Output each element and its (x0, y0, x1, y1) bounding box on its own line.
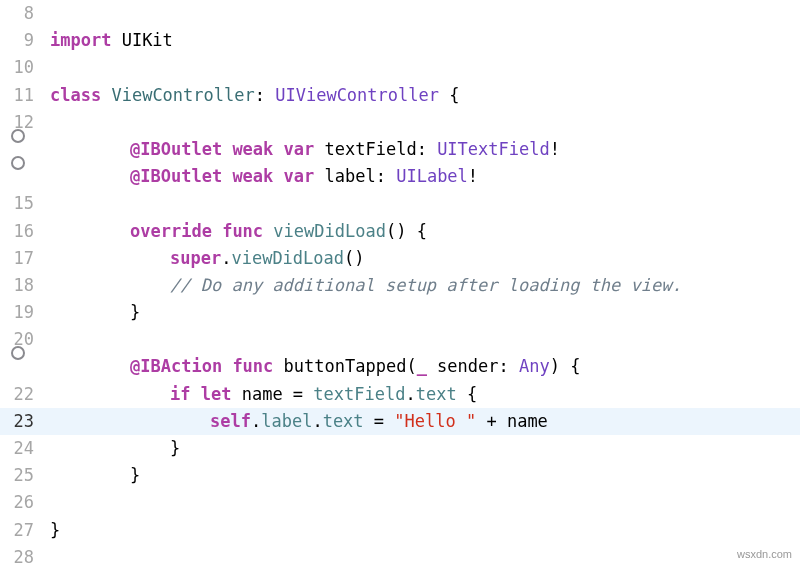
token-plain (190, 384, 200, 404)
token-plain: buttonTapped( (273, 356, 416, 376)
line-number: 15 (14, 190, 34, 217)
breakpoint-icon[interactable] (11, 156, 25, 170)
token-keyword: self (210, 411, 251, 431)
breakpoint-icon[interactable] (11, 129, 25, 143)
gutter[interactable]: 19 (0, 299, 40, 326)
token-plain: UIKit (111, 30, 172, 50)
line-number: 9 (24, 27, 34, 54)
token-plain: } (130, 465, 140, 485)
gutter[interactable]: 23 (0, 408, 40, 435)
token-plain: } (170, 438, 180, 458)
token-plain: () { (386, 221, 427, 241)
code-line[interactable]: 16override func viewDidLoad() { (0, 218, 800, 245)
code-content[interactable]: @IBOutlet weak var label: UILabel! (40, 163, 478, 190)
line-number: 23 (14, 408, 34, 435)
gutter[interactable]: 10 (0, 54, 40, 81)
token-comment: // Do any additional setup after loading… (170, 275, 682, 295)
code-line[interactable]: 24} (0, 435, 800, 462)
code-content[interactable]: } (40, 462, 140, 489)
code-content[interactable]: } (40, 435, 180, 462)
code-line[interactable]: 23self.label.text = "Hello " + name (0, 408, 800, 435)
token-plain: : (255, 85, 275, 105)
token-plain: ! (550, 139, 560, 159)
token-method: label (261, 411, 312, 431)
code-line[interactable]: 17super.viewDidLoad() (0, 245, 800, 272)
code-line[interactable]: 9import UIKit (0, 27, 800, 54)
token-attr: @IBOutlet (130, 139, 222, 159)
token-string: "Hello " (394, 411, 476, 431)
token-plain (101, 85, 111, 105)
token-identifier: ViewController (111, 85, 254, 105)
token-plain: () (344, 248, 364, 268)
code-content[interactable]: class ViewController: UIViewController { (40, 82, 459, 109)
code-content[interactable]: override func viewDidLoad() { (40, 218, 427, 245)
token-plain (222, 166, 232, 186)
code-line[interactable]: 22if let name = textField.text { (0, 381, 800, 408)
gutter[interactable]: 22 (0, 381, 40, 408)
gutter[interactable]: 11 (0, 82, 40, 109)
token-plain (273, 139, 283, 159)
token-type: UIViewController (275, 85, 439, 105)
code-content[interactable]: @IBAction func buttonTapped(_ sender: An… (40, 353, 580, 380)
code-line[interactable]: @IBOutlet weak var label: UILabel! (0, 163, 800, 190)
line-number: 16 (14, 218, 34, 245)
code-content[interactable]: } (40, 517, 60, 544)
code-content[interactable]: super.viewDidLoad() (40, 245, 365, 272)
token-plain: = (364, 411, 395, 431)
code-line[interactable]: 19} (0, 299, 800, 326)
code-line[interactable]: 11class ViewController: UIViewController… (0, 82, 800, 109)
token-plain (263, 221, 273, 241)
token-method: text (323, 411, 364, 431)
gutter[interactable]: 8 (0, 0, 40, 27)
breakpoint-icon[interactable] (11, 346, 25, 360)
gutter[interactable]: 27 (0, 517, 40, 544)
line-number: 10 (14, 54, 34, 81)
code-line[interactable]: 12 (0, 109, 800, 136)
code-line[interactable]: 10 (0, 54, 800, 81)
gutter[interactable]: 9 (0, 27, 40, 54)
code-content[interactable]: @IBOutlet weak var textField: UITextFiel… (40, 136, 560, 163)
code-line[interactable]: 20 (0, 326, 800, 353)
token-attr: @IBAction (130, 356, 222, 376)
token-plain: sender: (427, 356, 519, 376)
code-line[interactable]: 18// Do any additional setup after loadi… (0, 272, 800, 299)
token-type: UITextField (437, 139, 550, 159)
token-attr: @IBOutlet (130, 166, 222, 186)
code-line[interactable]: 15 (0, 190, 800, 217)
code-content[interactable]: self.label.text = "Hello " + name (40, 408, 548, 435)
token-keyword: func (232, 356, 273, 376)
code-line[interactable]: 28 (0, 544, 800, 568)
token-keyword: override (130, 221, 212, 241)
code-line[interactable]: @IBOutlet weak var textField: UITextFiel… (0, 136, 800, 163)
code-line[interactable]: 8 (0, 0, 800, 27)
code-line[interactable]: 26 (0, 489, 800, 516)
code-content[interactable]: // Do any additional setup after loading… (40, 272, 682, 299)
token-plain: textField: (314, 139, 437, 159)
gutter[interactable]: 28 (0, 544, 40, 568)
gutter[interactable]: 25 (0, 462, 40, 489)
line-number: 27 (14, 517, 34, 544)
gutter[interactable]: 15 (0, 190, 40, 217)
code-line[interactable]: @IBAction func buttonTapped(_ sender: An… (0, 353, 800, 380)
line-number: 24 (14, 435, 34, 462)
gutter[interactable]: 24 (0, 435, 40, 462)
gutter[interactable]: 18 (0, 272, 40, 299)
token-plain (212, 221, 222, 241)
code-content[interactable]: import UIKit (40, 27, 173, 54)
code-line[interactable]: 25} (0, 462, 800, 489)
code-content[interactable]: if let name = textField.text { (40, 381, 477, 408)
token-keyword: var (284, 139, 315, 159)
line-number: 28 (14, 544, 34, 568)
token-keyword: weak (232, 139, 273, 159)
gutter[interactable]: 16 (0, 218, 40, 245)
token-plain: { (439, 85, 459, 105)
line-number: 22 (14, 381, 34, 408)
gutter[interactable]: 26 (0, 489, 40, 516)
token-plain (222, 139, 232, 159)
token-plain: . (312, 411, 322, 431)
code-line[interactable]: 27} (0, 517, 800, 544)
token-keyword: class (50, 85, 101, 105)
code-content[interactable]: } (40, 299, 140, 326)
gutter[interactable]: 17 (0, 245, 40, 272)
code-editor[interactable]: 89import UIKit1011class ViewController: … (0, 0, 800, 568)
